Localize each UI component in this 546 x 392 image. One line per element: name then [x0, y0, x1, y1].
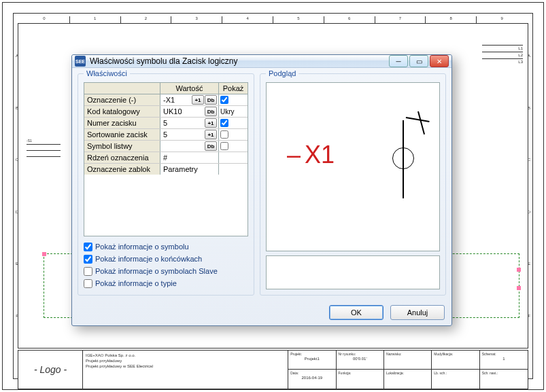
- property-label: Symbol listwy: [84, 141, 160, 152]
- option-checkbox[interactable]: [84, 267, 92, 276]
- col-value: Wartość: [160, 83, 219, 94]
- show-cell[interactable]: [219, 118, 248, 128]
- property-row: Sortowanie zacisk5+1: [84, 129, 248, 141]
- ok-button[interactable]: OK: [329, 305, 383, 320]
- dialog-buttons: OK Anuluj: [72, 301, 451, 327]
- property-value-cell[interactable]: 5+1: [160, 118, 219, 128]
- app-icon: SEE: [75, 56, 86, 67]
- increment-button[interactable]: +1: [205, 130, 217, 139]
- symbol-properties-dialog: SEE Właściwości symbolu dla Zacisk logic…: [71, 54, 452, 326]
- option-checkbox-row[interactable]: Pokaż informacje o końcówkach: [84, 253, 248, 265]
- preview-symbol-text: –X1: [287, 141, 335, 169]
- property-value-cell[interactable]: UK10Db: [160, 106, 219, 117]
- property-row: Symbol listwyDb: [84, 141, 248, 152]
- grid-blank: [84, 175, 248, 236]
- col-show: Pokaż: [219, 83, 248, 94]
- titleblock-cell: Projekt:Projekt1: [288, 351, 336, 370]
- property-value[interactable]: UK10: [162, 107, 204, 115]
- preview-legend: Podgląd: [266, 69, 298, 77]
- ruler-top: 0123456789: [19, 16, 527, 23]
- property-label: Kod katalogowy: [84, 106, 160, 117]
- titleblock-cell: Sch. nast.:: [480, 370, 528, 389]
- titleblock-cell: Lokalizacja:: [384, 370, 432, 389]
- preview-sub-canvas: [266, 255, 440, 289]
- property-row: Rdzeń oznaczenia#: [84, 152, 248, 164]
- show-checkbox[interactable]: [220, 119, 228, 127]
- property-value[interactable]: Parametry: [162, 165, 217, 173]
- property-label: Numer zacisku: [84, 118, 160, 128]
- logo-cell: - Logo -: [18, 351, 83, 389]
- show-checkbox[interactable]: [220, 130, 228, 139]
- minimize-button[interactable]: ─: [389, 55, 408, 67]
- property-row: Numer zacisku5+1: [84, 118, 248, 129]
- show-cell: [219, 152, 248, 163]
- db-button[interactable]: Db: [205, 141, 217, 151]
- cancel-button[interactable]: Anuluj: [390, 305, 445, 320]
- property-value-cell[interactable]: 5+1: [160, 129, 219, 140]
- option-label: Pokaż informacje o końcówkach: [95, 253, 202, 265]
- property-value-cell[interactable]: -X1+1Db: [160, 94, 219, 105]
- property-value[interactable]: 5: [162, 130, 204, 139]
- property-value-cell[interactable]: #: [160, 152, 219, 163]
- preview-diag: [406, 117, 430, 122]
- show-cell: Ukry: [219, 106, 248, 117]
- show-cell[interactable]: [219, 94, 248, 105]
- preview-diag2: [417, 111, 425, 135]
- titleblock-cell: Nazwisko:: [384, 351, 432, 370]
- option-label: Pokaż informacje o typie: [95, 277, 177, 289]
- property-label: Sortowanie zacisk: [84, 129, 160, 140]
- grid-header: Wartość Pokaż: [84, 83, 248, 94]
- title-block: - Logo - IGE+XAO Polska Sp. z o.o. Proje…: [18, 350, 528, 389]
- property-row: Kod katalogowyUK10DbUkry: [84, 106, 248, 118]
- property-value[interactable]: #: [162, 154, 217, 162]
- option-checkbox[interactable]: [84, 255, 92, 264]
- property-label: Oznaczenie (-): [84, 94, 160, 105]
- property-label: Oznaczenie zablok: [84, 164, 160, 175]
- titlebar[interactable]: SEE Właściwości symbolu dla Zacisk logic…: [72, 55, 451, 68]
- increment-button[interactable]: +1: [205, 118, 217, 128]
- option-checkbox-row[interactable]: Pokaż informacje o symbolu: [84, 240, 248, 253]
- property-value-cell[interactable]: Db: [160, 141, 219, 152]
- option-checkbox[interactable]: [84, 279, 92, 288]
- maximize-button[interactable]: ▭: [409, 55, 428, 67]
- option-checkbox-row[interactable]: Pokaż informacje o typie: [84, 277, 248, 289]
- properties-group: Właściwości Wartość Pokaż Oznaczenie (-)…: [78, 73, 254, 296]
- show-checkbox[interactable]: [220, 142, 228, 150]
- show-cell: [219, 164, 248, 175]
- checkbox-list: Pokaż informacje o symboluPokaż informac…: [84, 240, 248, 289]
- titleblock-grid: Projekt:Projekt1Nr rysunku:00'0.01'Nazwi…: [288, 351, 528, 389]
- close-button[interactable]: ✕: [430, 55, 449, 67]
- property-value[interactable]: -X1: [162, 96, 191, 104]
- left-component: -S1: [27, 139, 61, 162]
- increment-button[interactable]: +1: [192, 95, 204, 105]
- titleblock-cell: Lb. sch.:: [432, 370, 479, 389]
- properties-legend: Właściwości: [84, 69, 130, 77]
- show-cell[interactable]: [219, 129, 248, 140]
- property-value[interactable]: 5: [162, 119, 204, 127]
- db-button[interactable]: Db: [205, 95, 217, 105]
- show-checkbox[interactable]: [220, 96, 228, 104]
- property-row: Oznaczenie zablokParametry: [84, 164, 248, 175]
- titleblock-cell: Schemat:1: [480, 351, 528, 370]
- dialog-title: Właściwości symbolu dla Zacisk logiczny: [90, 56, 389, 66]
- titleblock-cell: Funkcja:: [337, 370, 384, 389]
- show-cell[interactable]: [219, 141, 248, 152]
- show-extra-text: Ukry: [220, 108, 235, 115]
- option-checkbox-row[interactable]: Pokaż informacje o symbolach Slave: [84, 265, 248, 277]
- company-cell: IGE+XAO Polska Sp. z o.o. Projekt przykł…: [83, 351, 288, 389]
- option-label: Pokaż informacje o symbolu: [95, 240, 189, 253]
- option-checkbox[interactable]: [84, 243, 92, 251]
- preview-canvas: –X1: [266, 82, 440, 251]
- preview-terminal-circle: [392, 147, 414, 169]
- property-value-cell[interactable]: Parametry: [160, 164, 219, 175]
- option-label: Pokaż informacje o symbolach Slave: [95, 265, 218, 277]
- titleblock-cell: Data:2016-04-19: [288, 370, 336, 389]
- titleblock-cell: Nr rysunku:00'0.01': [337, 351, 384, 370]
- property-label: Rdzeń oznaczenia: [84, 152, 160, 163]
- bus-lines: L1L2L3: [482, 45, 523, 65]
- property-row: Oznaczenie (-)-X1+1Db: [84, 94, 248, 106]
- titleblock-cell: Modyfikacja:: [432, 351, 479, 370]
- property-grid: Wartość Pokaż Oznaczenie (-)-X1+1DbKod k…: [84, 82, 248, 236]
- preview-panel: Podgląd –X1: [260, 73, 446, 296]
- db-button[interactable]: Db: [205, 107, 217, 116]
